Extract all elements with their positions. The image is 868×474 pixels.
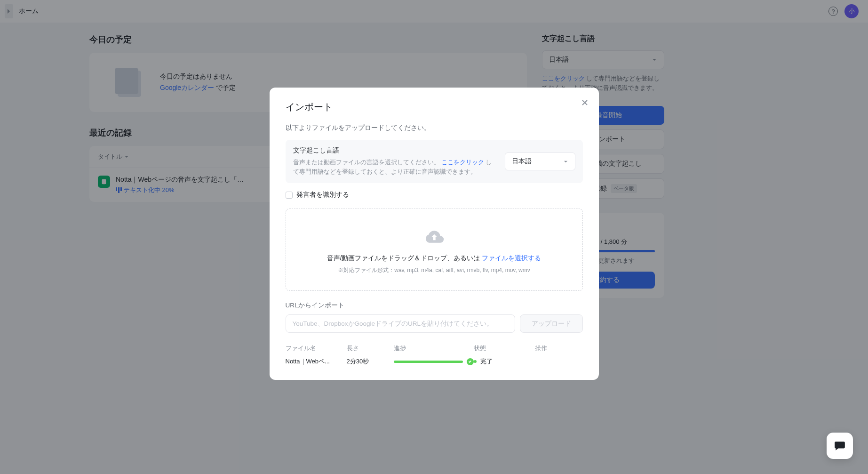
progress-bar xyxy=(394,361,463,363)
col-length: 長さ xyxy=(347,344,394,353)
file-name: Notta｜Webペ... xyxy=(286,357,347,366)
col-progress: 進捗 xyxy=(394,344,474,353)
speaker-label: 発言者を識別する xyxy=(296,191,349,199)
col-action: 操作 xyxy=(535,344,583,353)
url-import-label: URLからインポート xyxy=(286,301,583,310)
file-length: 2分30秒 xyxy=(347,357,394,366)
modal-lang-desc: 音声または動画ファイルの言語を選択してください。 ここをクリック して専門用語な… xyxy=(293,158,495,177)
drop-instruction: 音声/動画ファイルをドラッグ＆ドロップ、あるいは ファイルを選択する xyxy=(295,254,573,263)
file-progress xyxy=(394,358,474,365)
chat-button[interactable] xyxy=(827,433,853,459)
file-status: 完了 xyxy=(474,357,535,366)
cloud-upload-icon xyxy=(424,228,445,246)
modal-subtitle: 以下よりファイルをアップロードしてください。 xyxy=(286,124,583,132)
modal-language-box: 文字起こし言語 音声または動画ファイルの言語を選択してください。 ここをクリック… xyxy=(286,140,583,183)
close-button[interactable] xyxy=(580,98,589,107)
import-modal: インポート 以下よりファイルをアップロードしてください。 文字起こし言語 音声ま… xyxy=(270,88,599,380)
upload-button[interactable]: アップロード xyxy=(520,314,583,333)
modal-lang-title: 文字起こし言語 xyxy=(293,146,495,155)
modal-lang-link[interactable]: ここをクリック xyxy=(441,159,484,166)
chat-icon xyxy=(834,440,846,452)
progress-complete-icon xyxy=(467,358,474,365)
close-icon xyxy=(581,99,588,106)
upload-file-row: Notta｜Webペ... 2分30秒 完了 xyxy=(286,357,583,366)
col-status: 状態 xyxy=(474,344,535,353)
modal-overlay[interactable]: インポート 以下よりファイルをアップロードしてください。 文字起こし言語 音声ま… xyxy=(0,0,868,474)
url-input[interactable] xyxy=(286,314,515,333)
supported-formats: ※対応ファイル形式：wav, mp3, m4a, caf, aiff, avi,… xyxy=(295,266,573,274)
modal-language-select[interactable]: 日本語 xyxy=(505,153,575,170)
modal-title: インポート xyxy=(286,101,583,113)
file-select-link[interactable]: ファイルを選択する xyxy=(482,254,541,262)
col-filename: ファイル名 xyxy=(286,344,347,353)
status-dot-icon xyxy=(474,360,477,363)
upload-file-table: ファイル名 長さ 進捗 状態 操作 Notta｜Webペ... 2分30秒 完了 xyxy=(286,344,583,366)
speaker-identify-row[interactable]: 発言者を識別する xyxy=(286,191,583,199)
chevron-down-icon xyxy=(563,159,568,164)
speaker-checkbox[interactable] xyxy=(286,192,293,199)
file-dropzone[interactable]: 音声/動画ファイルをドラッグ＆ドロップ、あるいは ファイルを選択する ※対応ファ… xyxy=(286,209,583,291)
